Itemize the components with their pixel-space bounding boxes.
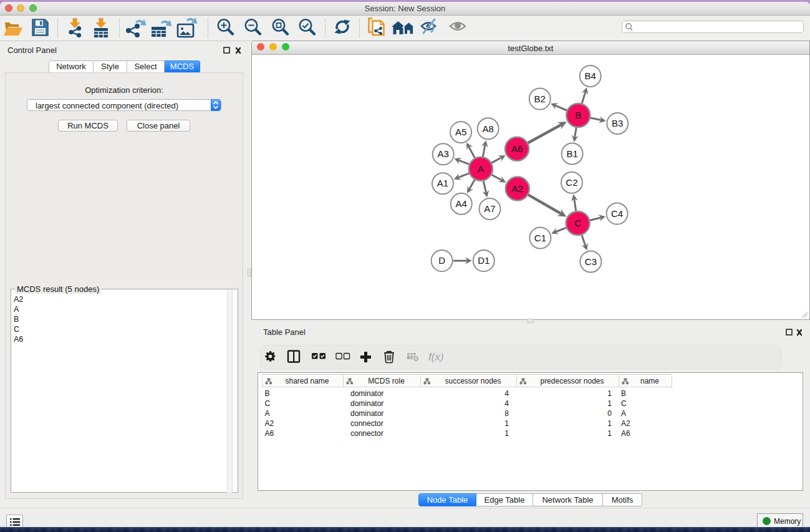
svg-text:A7: A7 (484, 203, 495, 214)
svg-text:f(x): f(x) (428, 351, 444, 363)
svg-text:C4: C4 (611, 208, 623, 219)
svg-text:A8: A8 (483, 123, 494, 134)
svg-text:D: D (438, 255, 445, 266)
svg-text:B3: B3 (612, 118, 623, 128)
svg-text:A5: A5 (455, 127, 466, 137)
svg-text:B4: B4 (585, 70, 596, 81)
svg-text:A2: A2 (512, 183, 523, 194)
svg-text:C2: C2 (566, 177, 577, 188)
svg-text:B2: B2 (534, 94, 546, 104)
svg-text:A4: A4 (456, 198, 467, 209)
svg-text:A: A (478, 163, 484, 174)
svg-text:B1: B1 (566, 148, 577, 159)
svg-text:C: C (574, 218, 581, 228)
svg-text:A6: A6 (511, 143, 523, 154)
svg-text:C3: C3 (585, 256, 597, 267)
svg-text:D1: D1 (478, 255, 489, 266)
svg-text:A3: A3 (438, 148, 449, 159)
svg-text:B: B (575, 110, 581, 120)
svg-text:A1: A1 (437, 178, 448, 188)
svg-text:C1: C1 (534, 233, 546, 243)
